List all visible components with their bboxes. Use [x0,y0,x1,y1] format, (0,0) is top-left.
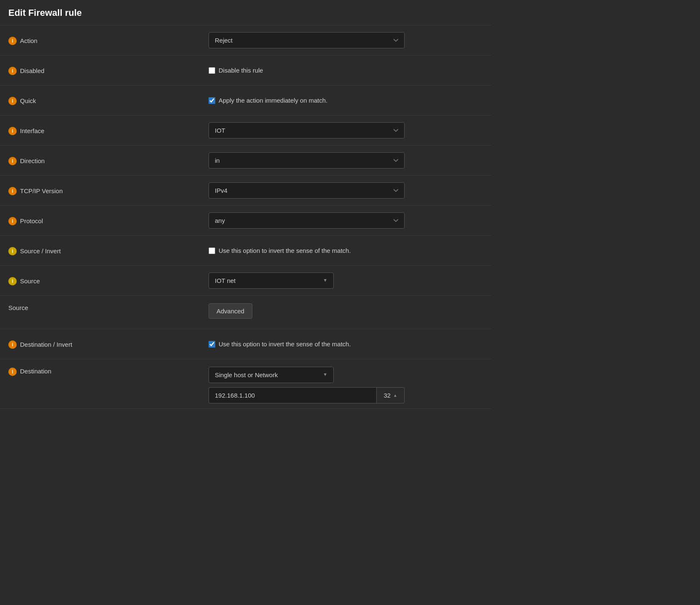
dest-invert-label: Destination / Invert [20,341,72,348]
source-invert-control: Use this option to invert the sense of t… [209,247,483,254]
quick-label-col: i Quick [8,96,209,105]
source-invert-checkbox-text: Use this option to invert the sense of t… [219,247,351,254]
destination-select-wrapper: Single host or Network ▲ [209,367,334,383]
source-control: IOT net ▲ [209,272,483,289]
direction-info-icon: i [8,157,17,165]
source-invert-info-icon: i [8,247,17,255]
interface-row: i Interface IOT LAN WAN [0,116,491,146]
destination-label-col: i Destination [8,367,209,376]
destination-control: Single host or Network ▲ 32 ▲ [209,367,483,403]
direction-label: Direction [20,157,45,164]
source-label: Source [20,277,40,285]
disabled-checkbox-text: Disable this rule [219,67,263,74]
action-select[interactable]: Reject Pass Block [209,32,405,48]
chevron-up-icon: ▲ [323,278,327,283]
dest-invert-info-icon: i [8,340,17,349]
interface-select[interactable]: IOT LAN WAN [209,122,405,139]
disabled-checkbox-label[interactable]: Disable this rule [209,67,483,74]
direction-label-col: i Direction [8,156,209,165]
protocol-select[interactable]: any TCP UDP TCP/UDP ICMP [209,212,405,229]
source-row: i Source IOT net ▲ [0,266,491,296]
protocol-control: any TCP UDP TCP/UDP ICMP [209,212,483,229]
quick-checkbox-label[interactable]: Apply the action immediately on match. [209,97,483,104]
source-advanced-row: Source Advanced [0,296,491,329]
tcpip-row: i TCP/IP Version IPv4 IPv6 IPv4+IPv6 [0,176,491,206]
tcpip-select-wrapper: IPv4 IPv6 IPv4+IPv6 [209,182,405,199]
action-label-col: i Action [8,36,209,45]
interface-label-col: i Interface [8,126,209,135]
chevron-up-cidr-icon: ▲ [393,393,397,398]
cidr-value: 32 [384,392,391,399]
chevron-up-icon-dest: ▲ [323,373,327,378]
tcpip-label: TCP/IP Version [20,187,63,194]
interface-select-wrapper: IOT LAN WAN [209,122,405,139]
source-label-col: i Source [8,276,209,285]
cidr-button[interactable]: 32 ▲ [376,387,405,403]
source-select-wrapper: IOT net ▲ [209,272,334,289]
dest-invert-control: Use this option to invert the sense of t… [209,340,483,348]
direction-control: in out [209,152,483,169]
destination-select-btn[interactable]: Single host or Network ▲ [209,367,334,383]
quick-row: i Quick Apply the action immediately on … [0,86,491,116]
disabled-control: Disable this rule [209,67,483,74]
source-invert-checkbox[interactable] [209,247,215,254]
source-advanced-button[interactable]: Advanced [209,303,252,319]
action-info-icon: i [8,37,17,45]
source-invert-label-col: i Source / Invert [8,246,209,255]
dest-invert-label-col: i Destination / Invert [8,340,209,349]
dest-invert-checkbox-text: Use this option to invert the sense of t… [219,340,351,348]
page-title: Edit Firewall rule [0,0,491,25]
protocol-select-wrapper: any TCP UDP TCP/UDP ICMP [209,212,405,229]
destination-info-icon: i [8,368,17,376]
action-label: Action [20,37,38,44]
source-invert-row: i Source / Invert Use this option to inv… [0,236,491,266]
quick-checkbox-text: Apply the action immediately on match. [219,97,327,104]
destination-row: i Destination Single host or Network ▲ 3… [0,359,491,409]
disabled-label: Disabled [20,67,44,74]
quick-checkbox[interactable] [209,97,215,104]
action-control: Reject Pass Block [209,32,483,48]
disabled-row: i Disabled Disable this rule [0,55,491,86]
dest-invert-checkbox[interactable] [209,341,215,348]
source-advanced-control: Advanced [209,303,252,319]
destination-ip-input[interactable] [209,387,376,403]
disabled-checkbox[interactable] [209,67,215,74]
dest-invert-checkbox-label[interactable]: Use this option to invert the sense of t… [209,340,483,348]
quick-info-icon: i [8,97,17,105]
quick-label: Quick [20,97,36,104]
dest-invert-row: i Destination / Invert Use this option t… [0,329,491,359]
destination-ip-row: 32 ▲ [209,387,405,403]
tcpip-select[interactable]: IPv4 IPv6 IPv4+IPv6 [209,182,405,199]
form-container: i Action Reject Pass Block i Disabled Di… [0,25,491,409]
source-select-value: IOT net [215,277,236,284]
direction-select[interactable]: in out [209,152,405,169]
action-row: i Action Reject Pass Block [0,25,491,55]
protocol-label: Protocol [20,217,43,224]
protocol-label-col: i Protocol [8,216,209,225]
source-invert-label: Source / Invert [20,247,61,255]
source-invert-checkbox-label[interactable]: Use this option to invert the sense of t… [209,247,483,254]
source-select-btn[interactable]: IOT net ▲ [209,272,334,289]
direction-select-wrapper: in out [209,152,405,169]
action-select-wrapper: Reject Pass Block [209,32,405,48]
tcpip-label-col: i TCP/IP Version [8,186,209,195]
disabled-info-icon: i [8,67,17,75]
destination-select-value: Single host or Network [215,371,278,378]
direction-row: i Direction in out [0,146,491,176]
destination-label: Destination [20,368,51,375]
source-advanced-label: Source [8,303,209,311]
interface-label: Interface [20,127,44,134]
interface-info-icon: i [8,127,17,135]
disabled-label-col: i Disabled [8,66,209,75]
interface-control: IOT LAN WAN [209,122,483,139]
source-info-icon: i [8,277,17,285]
quick-control: Apply the action immediately on match. [209,97,483,104]
protocol-info-icon: i [8,217,17,225]
tcpip-info-icon: i [8,187,17,195]
protocol-row: i Protocol any TCP UDP TCP/UDP ICMP [0,206,491,236]
tcpip-control: IPv4 IPv6 IPv4+IPv6 [209,182,483,199]
